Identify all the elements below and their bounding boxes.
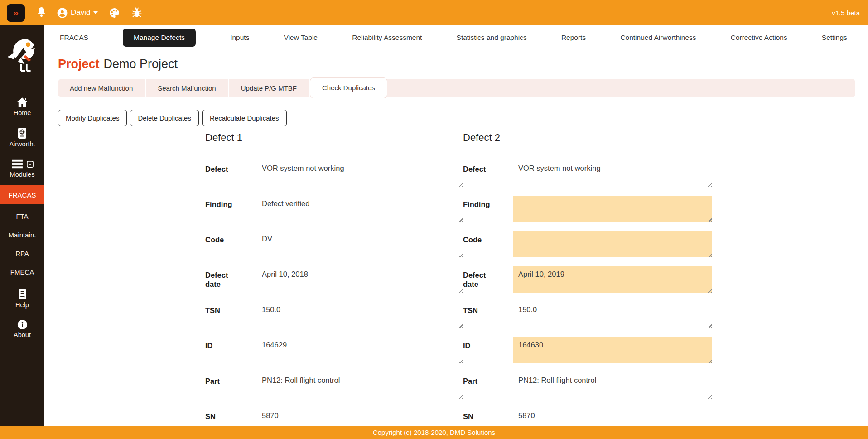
sidebar-item-label: About [14,331,31,338]
field-label: ID [463,337,513,372]
field-row-defect-date: Defect date April 10, 2018 Defect date A… [205,266,868,302]
top-header-bar: » David [0,0,868,25]
tab-inputs[interactable]: Inputs [230,34,249,42]
field-row-finding: Finding Defect verified Finding [205,196,868,231]
defect1-sn-field: 5870 [262,408,463,426]
defect1-id-textarea[interactable]: 164629 [262,337,463,363]
defect2-finding-textarea[interactable] [513,196,712,222]
defect1-part-field: PN12: Roll flight control [262,372,463,399]
field-label: Defect date [205,266,251,302]
recalculate-duplicates-button[interactable]: Recalculate Duplicates [202,110,287,126]
defect2-id-textarea[interactable]: 164630 [513,337,712,363]
subtab-search-malfunction[interactable]: Search Malfunction [146,79,229,97]
field-label: Code [463,231,513,266]
field-row-defect: Defect VOR system not working Defect VOR… [205,160,868,196]
sidebar: Home Airworth. Modules FRACAS FTA Main [0,25,44,426]
subtab-check-duplicates[interactable]: Check Duplicates [310,77,387,98]
defect2-code-textarea[interactable] [513,231,712,257]
defect1-finding-textarea[interactable]: Defect verified [262,196,463,222]
defect1-sn-textarea[interactable]: 5870 [262,408,463,426]
defect2-defect-field: VOR system not working [513,160,712,187]
tab-fracas[interactable]: FRACAS [60,34,88,42]
defect2-part-textarea[interactable]: PN12: Roll flight control [513,372,712,399]
field-label: Defect [205,160,262,196]
field-row-id: ID 164629 ID 164630 [205,337,868,372]
sidebar-item-maintain[interactable]: Maintain. [9,231,36,239]
footer-bar: Copyright (c) 2018-2020, DMD Solutions [0,426,868,439]
robin-bird-logo [6,37,38,79]
defect1-code-textarea[interactable]: DV [262,231,463,257]
info-icon [17,319,28,330]
delete-duplicates-button[interactable]: Delete Duplicates [130,110,199,126]
sidebar-item-label: Modules [10,171,35,178]
tab-continued-airworthiness[interactable]: Continued Airworthiness [620,34,696,42]
field-row-part: Part PN12: Roll flight control Part PN12… [205,372,868,408]
defect2-finding-field [513,196,712,222]
defect2-defect-date-field: April 10, 2019 [513,266,712,293]
defect1-defect-date-textarea[interactable]: April 10, 2018 [262,266,463,293]
field-label: Part [463,372,513,408]
field-label: Defect [463,160,513,196]
sidebar-item-label: FRACAS [9,191,36,199]
help-book-icon [17,289,28,300]
field-label: SN [463,408,513,426]
sidebar-item-about[interactable]: About [0,319,44,338]
field-label: Finding [463,196,513,231]
sidebar-item-fta[interactable]: FTA [16,212,28,220]
sidebar-item-rpa[interactable]: RPA [15,250,29,257]
module-nav-tabs: FRACAS Manage Defects Inputs View Table … [44,25,868,50]
tab-reliability-assessment[interactable]: Reliability Assessment [352,34,422,42]
user-menu[interactable]: David [57,8,98,18]
field-row-code: Code DV Code [205,231,868,266]
user-name-label: David [71,8,90,17]
defect2-sn-textarea[interactable]: 5870 [513,408,712,426]
tab-corrective-actions[interactable]: Corrective Actions [731,34,787,42]
tab-reports[interactable]: Reports [561,34,586,42]
defect2-id-field: 164630 [513,337,712,363]
debug-bug-icon[interactable] [131,7,143,19]
defect2-part-field: PN12: Roll flight control [513,372,712,399]
field-row-sn: SN 5870 SN 5870 [205,408,868,426]
field-label: Defect date [463,266,504,302]
sidebar-collapse-button[interactable]: » [7,4,25,22]
defect2-tsn-field: 150.0 [513,302,712,328]
defect1-defect-textarea[interactable]: VOR system not working [262,160,463,187]
defect2-code-field [513,231,712,257]
field-label: TSN [205,302,262,337]
defect1-defect-date-field: April 10, 2018 [262,266,463,293]
sidebar-item-fracas[interactable]: FRACAS [0,185,44,204]
sidebar-item-fmeca[interactable]: FMECA [10,268,34,276]
subtab-update-pg-mtbf[interactable]: Update P/G MTBF [229,79,310,97]
defect2-defect-date-textarea[interactable]: April 10, 2019 [513,266,712,293]
tab-settings[interactable]: Settings [822,34,847,42]
modify-duplicates-button[interactable]: Modify Duplicates [58,110,127,126]
sidebar-item-airworthiness[interactable]: Airworth. [0,127,44,148]
defect1-defect-field: VOR system not working [262,160,463,187]
defect2-heading: Defect 2 [463,132,712,145]
defect2-defect-textarea[interactable]: VOR system not working [513,160,712,187]
tab-statistics-and-graphics[interactable]: Statistics and graphics [457,34,527,42]
duplicates-toolbar: Modify Duplicates Delete Duplicates Reca… [58,110,855,126]
tab-view-table[interactable]: View Table [284,34,318,42]
field-label: SN [205,408,262,426]
defect2-sn-field: 5870 [513,408,712,426]
theme-palette-icon[interactable] [109,7,120,19]
user-icon [57,8,68,18]
defect2-tsn-textarea[interactable]: 150.0 [513,302,712,328]
defect1-tsn-textarea[interactable]: 150.0 [262,302,463,328]
subtab-add-new-malfunction[interactable]: Add new Malfunction [58,79,146,97]
version-label: v1.5 beta [832,9,860,17]
sidebar-item-home[interactable]: Home [0,97,44,116]
home-icon [16,97,28,108]
malfunction-subtabs: Add new Malfunction Search Malfunction U… [58,79,855,97]
sidebar-item-help[interactable]: Help [0,289,44,309]
defect1-part-textarea[interactable]: PN12: Roll flight control [262,372,463,399]
notifications-bell-icon[interactable] [36,7,47,19]
airworthiness-icon [17,127,28,139]
sidebar-item-label: Airworth. [9,140,35,148]
sidebar-item-modules[interactable]: Modules [0,159,44,178]
page-title-prefix: Project [58,57,100,71]
dropdown-box-icon [27,161,34,168]
field-label: Code [205,231,262,266]
tab-manage-defects[interactable]: Manage Defects [123,29,196,47]
